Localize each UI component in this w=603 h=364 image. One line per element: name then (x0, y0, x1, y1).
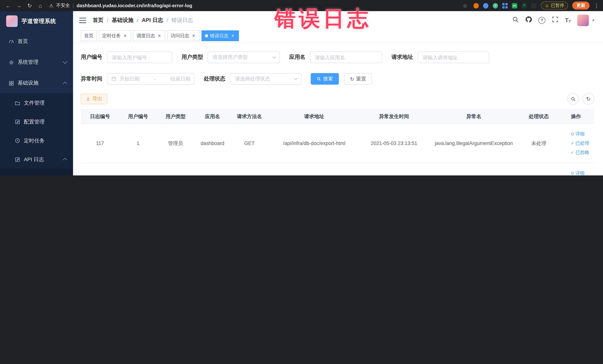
error-log-table: 日志编号 用户编号 用户类型 应用名 请求方法名 请求地址 异常发生时间 异常名… (81, 109, 594, 176)
sidebar-item-access-log[interactable]: 访问日志 (0, 169, 73, 176)
col-request-url: 请求地址 (268, 109, 360, 124)
close-icon[interactable]: × (231, 33, 235, 38)
detail-link[interactable]: ⊙详细 (571, 131, 585, 137)
mark-processed-link[interactable]: ✓已处理 (571, 140, 589, 146)
back-icon[interactable]: ← (4, 2, 12, 9)
col-method: 请求方法名 (231, 109, 268, 124)
col-exception-name: 异常名 (428, 109, 520, 124)
bookmark-star-icon[interactable]: ☆ (461, 2, 469, 9)
home-icon[interactable]: ⌂ (36, 2, 45, 9)
sidebar-item-config-mgmt[interactable]: 配置管理 (0, 112, 73, 131)
breadcrumb-infrastructure[interactable]: 基础设施 (112, 17, 133, 23)
page-content: 用户编号 用户类型 请选择用户类型 应用名 (73, 42, 603, 176)
font-size-icon[interactable]: TT (565, 17, 571, 23)
toggle-search-button[interactable] (567, 93, 579, 105)
process-status-select[interactable]: 请选择处理状态 (230, 73, 302, 84)
refresh-button[interactable]: ↻ (583, 93, 594, 105)
sidebar-item-label: API 日志 (24, 156, 44, 163)
filter-row-1: 用户编号 用户类型 请选择用户类型 应用名 (81, 52, 594, 63)
cell-user-type: 管理员 (157, 124, 194, 163)
sidebar-item-label: 首页 (18, 38, 28, 45)
sidebar-item-label: 系统管理 (18, 59, 38, 66)
extension-blue-drop-icon[interactable] (483, 3, 488, 8)
tab-home[interactable]: 首页 (81, 30, 97, 41)
browser-actions: ☆ V on ^ ☺ 已暂停 更新 ⋮ (461, 1, 599, 10)
reload-icon[interactable]: ↻ (25, 2, 34, 9)
export-button-label: 导出 (92, 95, 102, 102)
cell-method: GET (231, 124, 268, 163)
col-app-name: 应用名 (194, 109, 231, 124)
github-icon[interactable] (525, 16, 532, 24)
sidebar-collapse-icon[interactable] (79, 17, 86, 23)
address-bar[interactable]: ⚠ 不安全 | dashboard.yudao.iocoder.cn/infra… (49, 2, 459, 9)
app-header: 首页 / 基础设施 / API 日志 / 错误日志 ? TT ▾ (73, 11, 603, 29)
chevron-down-icon (272, 55, 277, 60)
app-name-label: 应用名 (289, 54, 305, 61)
app-name-input[interactable] (310, 52, 382, 63)
active-dot-icon (205, 34, 208, 37)
address-divider: | (73, 3, 74, 8)
chrome-update-button[interactable]: 更新 (572, 1, 590, 10)
extension-on-badge-icon[interactable]: on (512, 3, 517, 8)
tab-schedule-log[interactable]: 调度日志 × (133, 30, 165, 41)
sidebar-item-home[interactable]: 首页 (0, 31, 73, 52)
user-avatar[interactable] (577, 14, 589, 26)
fullscreen-icon[interactable] (552, 16, 558, 24)
breadcrumb-api-log[interactable]: API 日志 (142, 17, 163, 23)
cell-url: /api/infra/db-doc/export-html (268, 163, 360, 176)
forward-icon[interactable]: → (15, 2, 23, 9)
breadcrumb-home[interactable]: 首页 (93, 17, 104, 23)
search-button[interactable]: 搜索 (311, 73, 339, 84)
select-placeholder: 请选择用户类型 (213, 54, 272, 61)
help-icon[interactable]: ? (538, 17, 545, 23)
sidebar-item-label: 文件管理 (24, 99, 45, 106)
filter-row-2: 异常时间 开始日期 - 结束日期 处理状态 请选择处理状态 (81, 73, 594, 84)
cell-user-type: 管理员 (157, 163, 194, 176)
extension-grid-icon[interactable] (502, 3, 508, 8)
select-placeholder: 请选择处理状态 (235, 75, 293, 82)
close-icon[interactable]: × (123, 33, 128, 38)
extension-orange-icon[interactable] (474, 3, 479, 8)
export-button[interactable]: 导出 (81, 94, 107, 104)
reset-button-label: 重置 (356, 75, 366, 82)
sidebar-item-system-mgmt[interactable]: 系统管理 (0, 52, 73, 73)
user-type-select[interactable]: 请选择用户类型 (208, 52, 280, 63)
browser-menu-icon[interactable]: ⋮ (594, 2, 599, 9)
tab-error-log[interactable]: 错误日志 × (201, 30, 239, 41)
extension-leaf-icon[interactable]: ^ (522, 3, 527, 8)
search-icon[interactable] (512, 16, 519, 24)
start-date-placeholder: 开始日期 (120, 75, 139, 82)
tab-access-log[interactable]: 访问日志 × (167, 30, 199, 41)
url-text[interactable]: dashboard.yudao.iocoder.cn/infra/log/api… (77, 3, 192, 8)
sidebar-item-file-mgmt[interactable]: 文件管理 (0, 94, 73, 112)
sidebar-item-scheduled-tasks[interactable]: 定时任务 (0, 131, 73, 150)
detail-link[interactable]: ⊙详细 (571, 170, 585, 176)
close-icon[interactable]: × (157, 33, 162, 38)
reset-button[interactable]: ↻ 重置 (344, 73, 372, 84)
paused-label: 已暂停 (551, 3, 564, 9)
extension-paw-icon[interactable] (531, 3, 537, 8)
table-toolbar: 导出 ↻ (81, 93, 594, 105)
exception-time-range-picker[interactable]: 开始日期 - 结束日期 (107, 73, 195, 84)
sidebar-item-infrastructure[interactable]: 基础设施 (0, 73, 73, 94)
close-icon[interactable]: × (191, 33, 196, 38)
sidebar-item-label: 配置管理 (24, 118, 45, 125)
breadcrumb: 首页 / 基础设施 / API 日志 / 错误日志 (93, 17, 193, 23)
sidebar-item-api-log[interactable]: API 日志 (0, 150, 73, 169)
profile-paused-badge[interactable]: ☺ 已暂停 (541, 1, 568, 10)
app-logo[interactable]: 芋道管理系统 (0, 11, 73, 31)
eye-icon: ⊙ (571, 171, 574, 176)
col-user-id: 用户编号 (119, 109, 157, 124)
col-status: 处理状态 (520, 109, 557, 124)
chevron-up-icon (63, 158, 67, 162)
mark-ignored-link[interactable]: ✓已忽略 (571, 149, 589, 156)
vue-devtools-icon[interactable]: V (493, 3, 498, 8)
logo-image (6, 15, 18, 27)
user-id-input[interactable] (107, 52, 172, 63)
exception-time-label: 异常时间 (81, 75, 102, 82)
request-url-input[interactable] (418, 52, 489, 63)
user-id-label: 用户编号 (81, 54, 102, 61)
avatar-caret-icon[interactable]: ▾ (592, 18, 594, 22)
tab-scheduled-tasks[interactable]: 定时任务 × (99, 30, 131, 41)
breadcrumb-separator: / (107, 17, 108, 23)
